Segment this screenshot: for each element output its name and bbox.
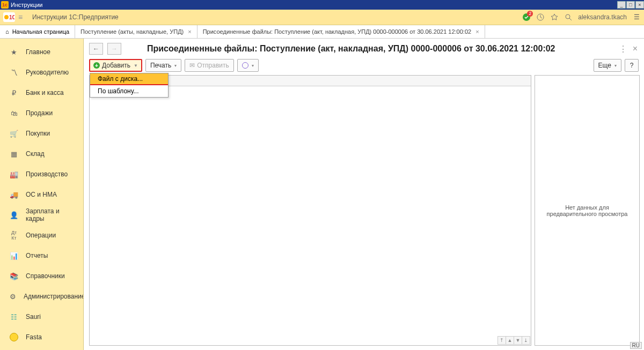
sidebar-item-label: Fasta: [26, 333, 42, 341]
nav-forward-button[interactable]: →: [107, 43, 121, 55]
tab-attached-files[interactable]: Присоединенные файлы: Поступление (акт, …: [197, 25, 485, 38]
help-button[interactable]: ?: [625, 59, 639, 72]
sidebar-item-purchases[interactable]: 🛒Покупки: [0, 123, 83, 144]
notifications-button[interactable]: 2: [522, 13, 531, 21]
tab-label: Поступление (акты, накладные, УПД): [80, 28, 184, 35]
sidebar-item-label: Администрирование: [24, 293, 84, 300]
dropdown-item-label: Файл с диска...: [98, 75, 143, 83]
app-title: Инструкции 1С:Предприятие: [32, 13, 119, 21]
bag-icon: 🛍: [10, 109, 18, 117]
person-icon: 👤: [10, 211, 18, 219]
sidebar-item-sales[interactable]: 🛍Продажи: [0, 103, 83, 123]
envelope-icon: ✉: [189, 62, 195, 69]
sidebar-item-label: Sauri: [26, 313, 41, 321]
books-icon: 📚: [10, 272, 18, 280]
search-icon[interactable]: [564, 13, 573, 21]
sidebar-item-reports[interactable]: 📊Отчеты: [0, 245, 83, 266]
add-button[interactable]: + Добавить ▼: [89, 59, 142, 72]
sidebar-item-hr[interactable]: 👤Зарплата и кадры: [0, 205, 83, 225]
sidebar-item-warehouse[interactable]: ▦Склад: [0, 144, 83, 164]
sidebar-item-production[interactable]: 🏭Производство: [0, 164, 83, 184]
sidebar-item-bank[interactable]: ₽Банк и касса: [0, 83, 83, 103]
sidebar-item-label: Отчеты: [26, 252, 48, 259]
menu-button[interactable]: ≡: [18, 13, 28, 21]
history-icon[interactable]: [536, 13, 545, 21]
ruble-icon: ₽: [10, 89, 18, 97]
sidebar-item-label: ОС и НМА: [26, 191, 57, 198]
preview-empty-text: Нет данных для предварительного просмотр…: [539, 204, 635, 217]
sidebar-item-operations[interactable]: ДтКтОперации: [0, 225, 83, 245]
username-label: aleksandra.tkach: [578, 13, 627, 21]
sidebar-item-assets[interactable]: 🚚ОС и НМА: [0, 184, 83, 205]
sidebar-item-label: Склад: [26, 150, 45, 158]
fasta-icon: [10, 333, 18, 341]
user-menu-button[interactable]: ☰: [632, 13, 641, 21]
scroll-down-button[interactable]: ▼: [514, 336, 522, 345]
badge-count: 2: [527, 11, 533, 17]
more-button-label: Еще: [598, 62, 611, 69]
language-indicator[interactable]: RU: [630, 342, 642, 349]
send-button[interactable]: ✉ Отправить: [185, 59, 234, 72]
page-title: Присоединенные файлы: Поступление (акт, …: [147, 44, 614, 54]
page-menu-button[interactable]: ⋮: [619, 44, 627, 54]
star-icon: ★: [10, 48, 18, 56]
toolbar: + Добавить ▼ Файл с диска... По шаблону.…: [84, 58, 644, 75]
home-tab-label: Начальная страница: [12, 28, 69, 35]
svg-point-4: [566, 14, 570, 19]
tab-label: Присоединенные файлы: Поступление (акт, …: [203, 28, 471, 35]
logo-1c-icon: 1С: [3, 12, 15, 22]
add-dropdown: Файл с диска... По шаблону...: [90, 73, 169, 98]
chevron-down-icon: ▾: [174, 63, 177, 68]
sidebar: ★Главное 〽Руководителю ₽Банк и касса 🛍Пр…: [0, 39, 84, 350]
home-icon: ⌂: [5, 28, 9, 35]
os-title: Инструкции: [11, 2, 42, 8]
tabs-bar: ⌂ Начальная страница Поступление (акты, …: [0, 25, 644, 39]
scroll-up-button[interactable]: ▲: [506, 336, 514, 345]
boxes-icon: ▦: [10, 150, 18, 158]
scroll-top-button[interactable]: ⤒: [497, 336, 506, 345]
print-button-label: Печать: [150, 62, 171, 69]
close-icon[interactable]: ×: [188, 28, 191, 35]
sidebar-item-label: Покупки: [26, 130, 50, 137]
tab-receipts[interactable]: Поступление (акты, накладные, УПД) ×: [75, 25, 197, 38]
page-close-button[interactable]: ×: [633, 44, 638, 54]
factory-icon: 🏭: [10, 170, 18, 178]
window-controls: _ □ ×: [617, 1, 644, 9]
sidebar-item-label: Банк и касса: [26, 89, 64, 96]
main-panel: ← → Присоединенные файлы: Поступление (а…: [84, 39, 644, 350]
help-label: ?: [630, 62, 634, 69]
app-logo-icon: 1c: [1, 1, 9, 9]
close-window-button[interactable]: ×: [635, 1, 644, 9]
dropdown-item-file-from-disk[interactable]: Файл с диска...: [90, 73, 168, 85]
chevron-down-icon: ▾: [252, 63, 254, 68]
sidebar-item-label: Продажи: [26, 109, 53, 117]
os-titlebar: 1c Инструкции _ □ ×: [0, 0, 644, 10]
minimize-button[interactable]: _: [617, 1, 626, 9]
dropdown-item-from-template[interactable]: По шаблону...: [90, 85, 168, 97]
file-list-pane[interactable]: ⤒ ▲ ▼ ⤓: [89, 75, 531, 346]
sidebar-item-label: Справочники: [26, 272, 65, 280]
sidebar-item-label: Зарплата и кадры: [26, 207, 78, 222]
maximize-button[interactable]: □: [626, 1, 635, 9]
scroll-bottom-button[interactable]: ⤓: [522, 336, 530, 345]
nav-back-button[interactable]: ←: [89, 43, 103, 55]
star-icon[interactable]: [550, 13, 559, 21]
bars-icon: 📊: [10, 252, 18, 260]
close-icon[interactable]: ×: [475, 28, 479, 35]
view-mode-button[interactable]: ▾: [237, 59, 259, 72]
home-tab[interactable]: ⌂ Начальная страница: [0, 25, 75, 38]
add-button-label: Добавить: [102, 62, 130, 69]
chevron-down-icon: ▾: [614, 63, 617, 68]
sidebar-item-fasta[interactable]: Fasta: [0, 327, 83, 347]
list-nav-buttons: ⤒ ▲ ▼ ⤓: [498, 336, 530, 345]
sidebar-item-sauri[interactable]: ☷Sauri: [0, 307, 83, 327]
sidebar-item-manager[interactable]: 〽Руководителю: [0, 62, 83, 83]
sidebar-item-admin[interactable]: ⚙Администрирование: [0, 286, 83, 307]
sidebar-item-directories[interactable]: 📚Справочники: [0, 266, 83, 286]
svg-point-0: [4, 15, 9, 19]
more-button[interactable]: Еще ▾: [594, 59, 621, 72]
print-button[interactable]: Печать ▾: [145, 59, 181, 72]
sidebar-item-main[interactable]: ★Главное: [0, 42, 83, 62]
truck-icon: 🚚: [10, 191, 18, 199]
dropdown-item-label: По шаблону...: [98, 87, 139, 95]
